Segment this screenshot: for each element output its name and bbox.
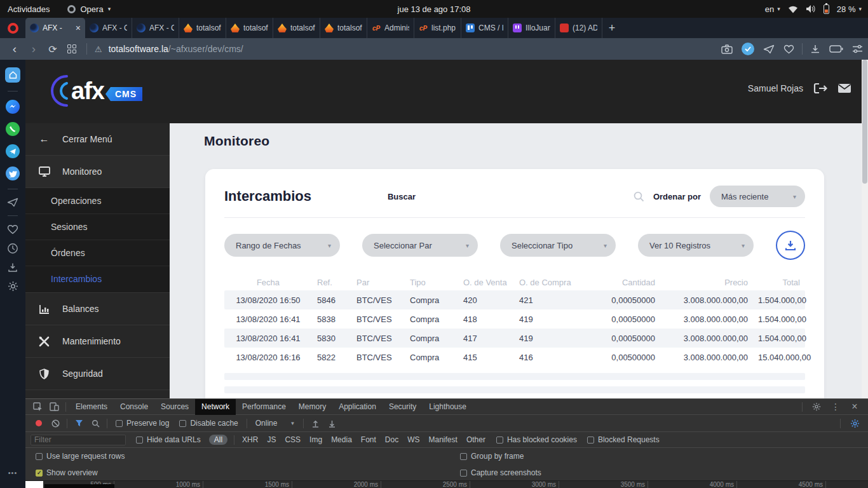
- show-overview-checkbox[interactable]: Show overview: [36, 464, 98, 481]
- sidebar-item-monitoreo[interactable]: Monitoreo: [25, 156, 170, 188]
- language-indicator[interactable]: en ▾: [765, 4, 780, 14]
- devtools-tab-console[interactable]: Console: [114, 399, 154, 415]
- battery-indicator[interactable]: 28 % ▾: [837, 4, 862, 14]
- devtools-tab-performance[interactable]: Performance: [236, 399, 292, 415]
- mail-icon[interactable]: [837, 83, 851, 93]
- new-tab-button[interactable]: +: [602, 18, 621, 38]
- type-filter-other[interactable]: Other: [466, 435, 485, 444]
- devtools-tab-network[interactable]: Network: [195, 399, 236, 415]
- tab-close-icon[interactable]: ×: [76, 23, 81, 33]
- speed-dial-icon[interactable]: [67, 44, 76, 53]
- sidebar-item-balances[interactable]: Balances: [25, 293, 170, 325]
- twitter-icon[interactable]: [6, 166, 20, 180]
- search-icon[interactable]: [634, 191, 644, 202]
- address-bar[interactable]: ⚠ totalsoftware.la/~afxuser/dev/cms/: [95, 44, 243, 54]
- bookmarks-heart-icon[interactable]: [7, 224, 18, 234]
- type-filter-font[interactable]: Font: [361, 435, 376, 444]
- logout-icon[interactable]: [813, 83, 827, 94]
- app-menu[interactable]: Opera ▾: [67, 4, 111, 14]
- blocked-requests-checkbox[interactable]: Blocked Requests: [587, 435, 660, 444]
- inspect-element-icon[interactable]: [29, 402, 46, 412]
- filter-funnel-icon[interactable]: [71, 419, 87, 427]
- type-filter-media[interactable]: Media: [331, 435, 352, 444]
- filter-seleccionar-par[interactable]: Seleccionar Par ▾: [362, 234, 478, 257]
- disable-cache-checkbox[interactable]: Disable cache: [179, 419, 238, 428]
- sidebar-overflow-dots[interactable]: •••: [0, 469, 25, 477]
- sidebar-item-intercambios[interactable]: Intercambios: [25, 266, 170, 292]
- tab-totalsoft-4[interactable]: totalsoft: [320, 18, 367, 38]
- speed-dial-home-icon[interactable]: [5, 67, 20, 83]
- opera-menu-button[interactable]: [0, 18, 25, 38]
- easy-setup-sliders-icon[interactable]: [852, 44, 863, 53]
- tab-ads[interactable]: (12) ADS: [555, 18, 602, 38]
- downloads-icon[interactable]: [810, 44, 820, 54]
- settings-gear-icon[interactable]: [8, 281, 18, 292]
- history-clock-icon[interactable]: [7, 243, 18, 254]
- type-filter-ws[interactable]: WS: [407, 435, 419, 444]
- download-button[interactable]: [776, 231, 805, 260]
- devtools-close-icon[interactable]: ×: [846, 401, 863, 412]
- my-flow-icon[interactable]: [763, 44, 775, 54]
- bookmark-heart-icon[interactable]: [783, 44, 794, 54]
- type-filter-css[interactable]: CSS: [285, 435, 301, 444]
- type-filter-manifest[interactable]: Manifest: [429, 435, 458, 444]
- battery-saver-icon[interactable]: [829, 45, 843, 53]
- import-har-icon[interactable]: [307, 419, 323, 428]
- vpn-shield-icon[interactable]: [742, 43, 754, 55]
- sidebar-item-seguridad[interactable]: Seguridad: [25, 358, 170, 390]
- capture-screenshots-checkbox[interactable]: Capture screenshots: [460, 464, 541, 481]
- telegram-icon[interactable]: [6, 144, 20, 158]
- devtools-tab-memory[interactable]: Memory: [292, 399, 332, 415]
- filter-rango-fechas[interactable]: Rango de Fechas ▾: [224, 234, 340, 257]
- type-filter-doc[interactable]: Doc: [385, 435, 398, 444]
- snapshot-camera-icon[interactable]: [721, 44, 733, 54]
- downloads-tray-icon[interactable]: [8, 262, 18, 273]
- tab-totalsoft-1[interactable]: totalsoft: [179, 18, 226, 38]
- forward-button[interactable]: ›: [24, 42, 43, 56]
- sidebar-item-sesiones[interactable]: Sesiones: [25, 214, 170, 240]
- devtools-menu-dots-icon[interactable]: ⋮: [827, 402, 844, 412]
- tab-twitch[interactable]: IlloJuan -: [508, 18, 555, 38]
- record-button[interactable]: [31, 420, 47, 426]
- tab-cpanel-list[interactable]: cPlist.php -: [414, 18, 461, 38]
- group-by-frame-checkbox[interactable]: Group by frame: [460, 448, 524, 464]
- reload-button[interactable]: ⟳: [43, 43, 62, 55]
- devtools-tab-elements[interactable]: Elements: [69, 399, 114, 415]
- sidebar-item-cerrar-menu[interactable]: ← Cerrar Menú: [25, 123, 170, 156]
- tab-cpanel-admin[interactable]: cPAdministr: [367, 18, 414, 38]
- devtools-tab-application[interactable]: Application: [332, 399, 383, 415]
- type-filter-xhr[interactable]: XHR: [242, 435, 258, 444]
- devtools-tab-lighthouse[interactable]: Lighthouse: [423, 399, 473, 415]
- activities-button[interactable]: Actividades: [8, 4, 50, 14]
- use-large-rows-checkbox[interactable]: Use large request rows: [36, 448, 125, 464]
- tab-trello-cms[interactable]: CMS / Int: [461, 18, 508, 38]
- network-filter-input[interactable]: [31, 435, 126, 445]
- tab-afx-cms[interactable]: AFX - CM: [85, 18, 132, 38]
- back-button[interactable]: ‹: [5, 42, 24, 56]
- afx-cms-logo[interactable]: afx CMS: [50, 74, 142, 108]
- clock[interactable]: jue 13 de ago 17:08: [398, 4, 471, 14]
- tab-totalsoft-3[interactable]: totalsoft: [273, 18, 320, 38]
- sidebar-item-mantenimiento[interactable]: Mantenimiento: [25, 325, 170, 358]
- type-filter-js[interactable]: JS: [267, 435, 276, 444]
- type-filter-all[interactable]: All: [209, 435, 227, 445]
- not-secure-icon[interactable]: ⚠: [95, 44, 102, 54]
- whatsapp-icon[interactable]: [6, 122, 20, 136]
- search-input[interactable]: [421, 189, 628, 204]
- type-filter-img[interactable]: Img: [309, 435, 322, 444]
- status-tray[interactable]: en ▾ 28 % ▾: [765, 4, 862, 14]
- sidebar-item-ordenes[interactable]: Órdenes: [25, 240, 170, 266]
- my-flow-sidebar-icon[interactable]: [7, 198, 18, 207]
- tab-afx-clie[interactable]: AFX - Clie: [132, 18, 179, 38]
- throttling-select[interactable]: Online ▼: [255, 419, 295, 428]
- clear-network-icon[interactable]: [47, 419, 64, 428]
- hide-data-urls-checkbox[interactable]: Hide data URLs: [136, 435, 201, 444]
- tab-afx-active[interactable]: AFX - ×: [25, 18, 85, 38]
- network-search-icon[interactable]: [87, 419, 104, 428]
- has-blocked-cookies-checkbox[interactable]: Has blocked cookies: [496, 435, 577, 444]
- devtools-tab-security[interactable]: Security: [383, 399, 423, 415]
- preserve-log-checkbox[interactable]: Preserve log: [116, 419, 169, 428]
- messenger-icon[interactable]: [6, 100, 20, 114]
- filter-seleccionar-tipo[interactable]: Seleccionar Tipo ▾: [500, 234, 616, 257]
- sidebar-item-operaciones[interactable]: Operaciones: [25, 188, 170, 214]
